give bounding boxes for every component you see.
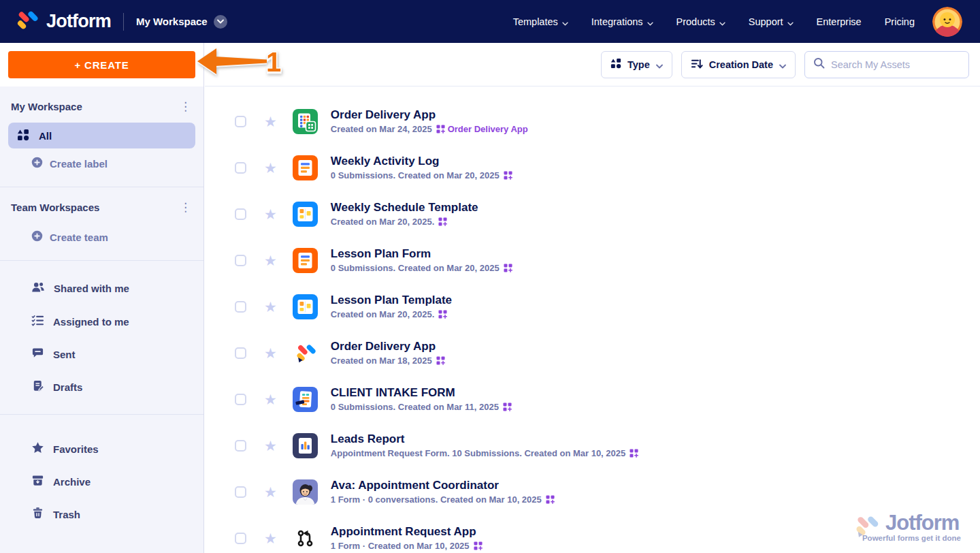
nav-item-integrations[interactable]: Integrations (591, 16, 653, 28)
item-app-link[interactable] (436, 356, 448, 365)
app-grid-icon (436, 125, 445, 133)
row-checkbox[interactable] (235, 394, 246, 405)
list-item[interactable]: ★ Weekly Schedule Template Created on Ma… (205, 191, 980, 237)
item-title[interactable]: Lesson Plan Template (331, 294, 452, 307)
item-title[interactable]: Leads Report (331, 432, 641, 446)
workspace-switcher[interactable]: My Workspace (136, 15, 227, 29)
item-app-link[interactable]: Order Delivery App (436, 124, 528, 134)
sort-descending-icon (691, 58, 703, 72)
row-checkbox[interactable] (235, 301, 246, 313)
row-checkbox[interactable] (235, 255, 246, 266)
create-label-button[interactable]: Create label (0, 148, 203, 176)
item-title[interactable]: Ava: Appointment Coordinator (331, 479, 557, 492)
sidebar-item-archive[interactable]: Archive (0, 465, 203, 498)
list-item[interactable]: ★ Lesson Plan Form 0 Submissions. Create… (205, 237, 980, 283)
watermark-brand: Jotform (885, 512, 961, 533)
jotform-logo[interactable]: Jotform (14, 7, 111, 35)
jotform-logo-icon (14, 7, 39, 35)
sidebar-item-sent[interactable]: Sent (0, 338, 203, 370)
sidebar-item-favorites[interactable]: Favorites (0, 432, 203, 465)
item-meta-text: 1 Form · Created on Mar 10, 2025 (331, 541, 470, 551)
search-input[interactable] (831, 59, 960, 70)
sidebar-item-label: Favorites (53, 443, 99, 455)
star-icon[interactable]: ★ (264, 346, 277, 360)
item-app-link[interactable] (503, 402, 514, 411)
item-app-link[interactable] (546, 495, 557, 504)
list-item[interactable]: ★ Lesson Plan Template Created on Mar 20… (205, 283, 980, 330)
row-checkbox[interactable] (235, 347, 246, 359)
row-checkbox[interactable] (235, 162, 246, 174)
list-item[interactable]: ★ CLIENT INTAKE FORM 0 Submissions. Crea… (205, 376, 980, 422)
row-checkbox[interactable] (235, 486, 246, 498)
board-blue-icon (293, 202, 318, 227)
create-button[interactable]: + CREATE (8, 51, 195, 78)
item-title[interactable]: CLIENT INTAKE FORM (331, 386, 514, 400)
row-checkbox[interactable] (235, 208, 246, 220)
list-item[interactable]: ★ Order Delivery App Created on Mar 18, … (205, 330, 980, 376)
item-app-link[interactable] (438, 310, 450, 319)
item-subtitle: Created on Mar 24, 2025 Order Delivery A… (331, 124, 528, 134)
assets-toolbar: Type Creation Date (205, 43, 980, 86)
item-app-link[interactable] (630, 449, 641, 458)
sort-button[interactable]: Creation Date (681, 51, 796, 78)
item-title[interactable]: Order Delivery App (331, 108, 528, 122)
star-icon[interactable]: ★ (264, 439, 277, 453)
star-icon[interactable]: ★ (264, 392, 277, 407)
item-title[interactable]: Appointment Request App (331, 525, 485, 539)
item-title[interactable]: Weekly Activity Log (331, 155, 515, 168)
sidebar: + CREATE My Workspace ⋮ All Create label… (0, 43, 204, 553)
item-title[interactable]: Weekly Schedule Template (331, 201, 478, 215)
star-icon[interactable]: ★ (264, 531, 277, 546)
trash-icon (31, 507, 44, 522)
main-content: Type Creation Date ★ (205, 43, 980, 553)
nav-item-label: Enterprise (817, 16, 862, 27)
item-title[interactable]: Lesson Plan Form (331, 247, 515, 261)
star-icon[interactable]: ★ (264, 161, 277, 175)
list-item[interactable]: ★ Ava: Appointment Coordinator 1 Form · … (205, 469, 980, 515)
chevron-down-icon (787, 17, 794, 28)
kebab-menu-icon[interactable]: ⋮ (180, 101, 191, 112)
star-icon[interactable]: ★ (264, 253, 277, 268)
star-icon[interactable]: ★ (264, 207, 277, 221)
type-filter-button[interactable]: Type (601, 51, 672, 78)
star-icon[interactable]: ★ (264, 114, 277, 129)
sidebar-item-all[interactable]: All (8, 123, 195, 148)
chat-bubble-icon (31, 347, 44, 362)
nav-item-templates[interactable]: Templates (513, 16, 568, 28)
app-grid-icon (546, 495, 555, 504)
chevron-down-icon (647, 17, 653, 28)
list-item[interactable]: ★ Weekly Activity Log 0 Submissions. Cre… (205, 144, 980, 191)
search-box (804, 51, 969, 78)
sidebar-item-trash[interactable]: Trash (0, 498, 203, 531)
item-meta-text: Created on Mar 20, 2025. (331, 217, 434, 227)
item-subtitle: 0 Submissions. Created on Mar 20, 2025 (331, 263, 515, 273)
sidebar-item-drafts[interactable]: Drafts (0, 370, 203, 403)
nav-item-label: Templates (513, 16, 558, 27)
sidebar-item-shared-with-me[interactable]: Shared with me (0, 272, 203, 305)
item-app-link[interactable] (504, 264, 515, 272)
nav-item-enterprise[interactable]: Enterprise (817, 16, 862, 27)
item-title[interactable]: Order Delivery App (331, 340, 448, 353)
star-icon[interactable]: ★ (264, 485, 277, 499)
row-checkbox[interactable] (235, 440, 246, 452)
sidebar-item-assigned-to-me[interactable]: Assigned to me (0, 305, 203, 338)
item-app-link[interactable] (474, 541, 485, 550)
list-item[interactable]: ★ Leads Report Appointment Request Form.… (205, 422, 980, 469)
user-avatar[interactable] (932, 7, 962, 37)
item-app-link[interactable] (504, 171, 515, 180)
people-icon (31, 281, 45, 296)
row-checkbox[interactable] (235, 116, 246, 127)
star-icon[interactable]: ★ (264, 300, 277, 314)
git-compare-icon (293, 526, 318, 551)
item-meta-text: 1 Form · 0 conversations. Created on Mar… (331, 494, 542, 505)
item-app-link[interactable] (438, 217, 450, 226)
chevron-down-icon (214, 15, 227, 29)
kebab-menu-icon[interactable]: ⋮ (180, 202, 191, 213)
create-team-button[interactable]: Create team (0, 222, 203, 249)
row-checkbox[interactable] (235, 533, 246, 544)
nav-item-pricing[interactable]: Pricing (885, 16, 915, 27)
sidebar-item-label: Assigned to me (53, 316, 129, 328)
nav-item-products[interactable]: Products (676, 16, 725, 28)
list-item[interactable]: ★ Order Delivery App Created on Mar 24, … (205, 98, 980, 144)
nav-item-support[interactable]: Support (749, 16, 794, 28)
